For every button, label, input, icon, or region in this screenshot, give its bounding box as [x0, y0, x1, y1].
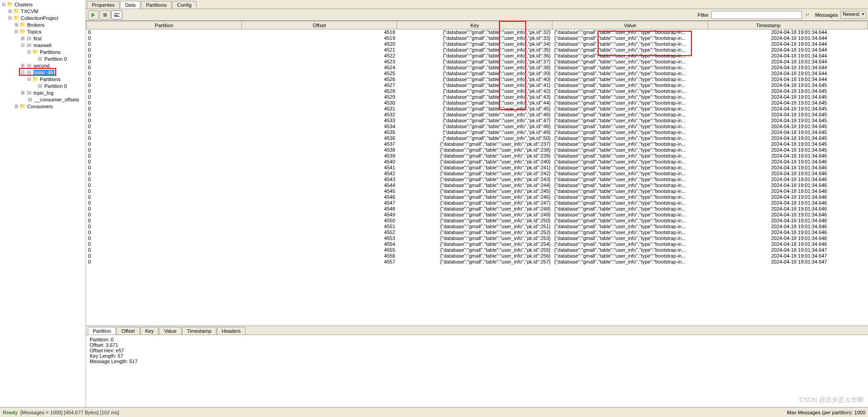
tree-first[interactable]: ⊞▤first	[1, 35, 85, 42]
table-row[interactable]: 04533{"database":"gmall","table":"user_i…	[86, 118, 868, 124]
play-icon	[91, 13, 95, 17]
stop-icon	[103, 13, 107, 17]
tree-topics[interactable]: ⊟📁Topics	[1, 28, 85, 35]
col-offset[interactable]: Offset	[242, 21, 397, 29]
table-row[interactable]: 04554{"database":"gmall","table":"user_i…	[86, 241, 868, 247]
table-row[interactable]: 04553{"database":"gmall","table":"user_i…	[86, 235, 868, 241]
detail-tabs: Partition Offset Key Value Timestamp Hea…	[86, 326, 868, 335]
tree-second[interactable]: ⊞▤second	[1, 62, 85, 69]
table-row[interactable]: 04549{"database":"gmall","table":"user_i…	[86, 212, 868, 218]
status-ready: Ready	[3, 410, 18, 415]
col-value[interactable]: Value	[552, 21, 708, 29]
detail-panel: Partition: 0 Offset: 3,671 Offset Hex: e…	[86, 335, 868, 407]
detail-partition: Partition: 0	[90, 337, 864, 342]
table-row[interactable]: 04534{"database":"gmall","table":"user_i…	[86, 124, 868, 129]
table-row[interactable]: 04557{"database":"gmall","table":"user_i…	[86, 259, 868, 265]
tree-sidebar[interactable]: ⊟📁Clusters ⊞📁TXCVM ⊟📁CollectionProject ⊞…	[0, 0, 86, 407]
table-row[interactable]: 04520{"database":"gmall","table":"user_i…	[86, 41, 868, 47]
status-max-messages: Max Messages (per partition): 1000	[787, 410, 865, 415]
table-row[interactable]: 04537{"database":"gmall","table":"user_i…	[86, 141, 868, 147]
dtab-timestamp[interactable]: Timestamp	[182, 327, 216, 335]
tree-consumer-offsets[interactable]: ▤__consumer_offsets	[1, 96, 85, 103]
dtab-offset[interactable]: Offset	[116, 327, 139, 335]
statusbar: Ready [Messages = 1000] [454,677 Bytes] …	[0, 407, 868, 417]
top-tabs: Properties Data Partitions Config	[86, 0, 868, 9]
play-button[interactable]	[88, 10, 99, 19]
tree-maxwell-partitions[interactable]: ⊟📁Partitions	[1, 48, 85, 55]
tab-data[interactable]: Data	[120, 1, 140, 9]
table-row[interactable]: 04547{"database":"gmall","table":"user_i…	[86, 200, 868, 206]
table-row[interactable]: 04523{"database":"gmall","table":"user_i…	[86, 59, 868, 65]
table-row[interactable]: 04526{"database":"gmall","table":"user_i…	[86, 77, 868, 82]
table-row[interactable]: 04522{"database":"gmall","table":"user_i…	[86, 53, 868, 59]
dtab-partition[interactable]: Partition	[88, 327, 116, 335]
tree-topicdb-partitions[interactable]: ⊟📁Partitions	[1, 76, 85, 82]
status-info: [Messages = 1000] [454,677 Bytes] [102 m…	[20, 410, 119, 415]
table-row[interactable]: 04525{"database":"gmall","table":"user_i…	[86, 71, 868, 77]
col-timestamp[interactable]: Timestamp	[708, 21, 868, 29]
tree-maxwell-partition0[interactable]: ▤Partition 0	[1, 55, 85, 62]
table-row[interactable]: 04524{"database":"gmall","table":"user_i…	[86, 65, 868, 71]
detail-offset: Offset: 3,671	[90, 342, 864, 348]
table-row[interactable]: 04538{"database":"gmall","table":"user_i…	[86, 147, 868, 153]
tab-partitions[interactable]: Partitions	[141, 1, 172, 9]
detail-key-length: Key Length: 57	[90, 353, 864, 359]
tree-project[interactable]: ⊟📁CollectionProject	[1, 14, 85, 21]
table-row[interactable]: 04541{"database":"gmall","table":"user_i…	[86, 165, 868, 171]
sort-select[interactable]: Newest	[840, 11, 866, 19]
messages-label: Messages	[815, 12, 838, 18]
tree-txcvm[interactable]: ⊞📁TXCVM	[1, 8, 85, 14]
data-grid[interactable]: Partition Offset Key Value Timestamp 045…	[86, 21, 868, 326]
table-row[interactable]: 04528{"database":"gmall","table":"user_i…	[86, 88, 868, 94]
tree-brokers[interactable]: ⊞📁Brokers	[1, 21, 85, 28]
tree-topicdb-partition0[interactable]: ▤Partition 0	[1, 82, 85, 89]
table-row[interactable]: 04531{"database":"gmall","table":"user_i…	[86, 106, 868, 112]
table-row[interactable]: 04555{"database":"gmall","table":"user_i…	[86, 247, 868, 253]
text-icon	[114, 13, 120, 17]
table-row[interactable]: 04552{"database":"gmall","table":"user_i…	[86, 230, 868, 235]
filter-input[interactable]	[711, 11, 802, 19]
dtab-value[interactable]: Value	[159, 327, 181, 335]
stop-button[interactable]	[100, 10, 110, 19]
table-row[interactable]: 04551{"database":"gmall","table":"user_i…	[86, 224, 868, 230]
tree-maxwell[interactable]: ⊟▤maxwell	[1, 42, 85, 48]
table-row[interactable]: 04550{"database":"gmall","table":"user_i…	[86, 218, 868, 224]
apply-filter-icon[interactable]: ↵	[806, 12, 810, 18]
toolbar: Filter ↵ Messages Newest	[86, 9, 868, 21]
table-row[interactable]: 04527{"database":"gmall","table":"user_i…	[86, 82, 868, 88]
table-row[interactable]: 04535{"database":"gmall","table":"user_i…	[86, 129, 868, 135]
table-row[interactable]: 04545{"database":"gmall","table":"user_i…	[86, 188, 868, 194]
table-row[interactable]: 04536{"database":"gmall","table":"user_i…	[86, 135, 868, 141]
col-partition[interactable]: Partition	[86, 21, 242, 29]
table-row[interactable]: 04532{"database":"gmall","table":"user_i…	[86, 112, 868, 118]
tree-clusters[interactable]: ⊟📁Clusters	[1, 1, 85, 8]
col-key[interactable]: Key	[397, 21, 552, 29]
tree-consumers[interactable]: ⊞📁Consumers	[1, 103, 85, 110]
table-row[interactable]: 04530{"database":"gmall","table":"user_i…	[86, 100, 868, 106]
table-row[interactable]: 04529{"database":"gmall","table":"user_i…	[86, 94, 868, 100]
dtab-key[interactable]: Key	[140, 327, 159, 335]
detail-offset-hex: Offset Hex: e57	[90, 348, 864, 353]
table-row[interactable]: 04518{"database":"gmall","table":"user_i…	[86, 29, 868, 35]
table-row[interactable]: 04542{"database":"gmall","table":"user_i…	[86, 171, 868, 177]
tree-topic-log[interactable]: ⊞▤topic_log	[1, 89, 85, 96]
filter-label: Filter	[698, 12, 709, 18]
table-row[interactable]: 04543{"database":"gmall","table":"user_i…	[86, 177, 868, 182]
table-row[interactable]: 04546{"database":"gmall","table":"user_i…	[86, 194, 868, 200]
table-row[interactable]: 04544{"database":"gmall","table":"user_i…	[86, 182, 868, 188]
detail-msg-length: Message Length: 517	[90, 359, 864, 364]
tab-config[interactable]: Config	[172, 1, 197, 9]
table-row[interactable]: 04540{"database":"gmall","table":"user_i…	[86, 159, 868, 165]
table-row[interactable]: 04519{"database":"gmall","table":"user_i…	[86, 35, 868, 41]
table-row[interactable]: 04521{"database":"gmall","table":"user_i…	[86, 47, 868, 53]
tree-topic-db[interactable]: ⊟▤topic_db	[1, 69, 85, 76]
text-view-button[interactable]	[111, 10, 122, 19]
table-row[interactable]: 04539{"database":"gmall","table":"user_i…	[86, 153, 868, 159]
dtab-headers[interactable]: Headers	[217, 327, 246, 335]
table-row[interactable]: 04548{"database":"gmall","table":"user_i…	[86, 206, 868, 212]
tab-properties[interactable]: Properties	[87, 1, 120, 9]
table-row[interactable]: 04556{"database":"gmall","table":"user_i…	[86, 253, 868, 259]
